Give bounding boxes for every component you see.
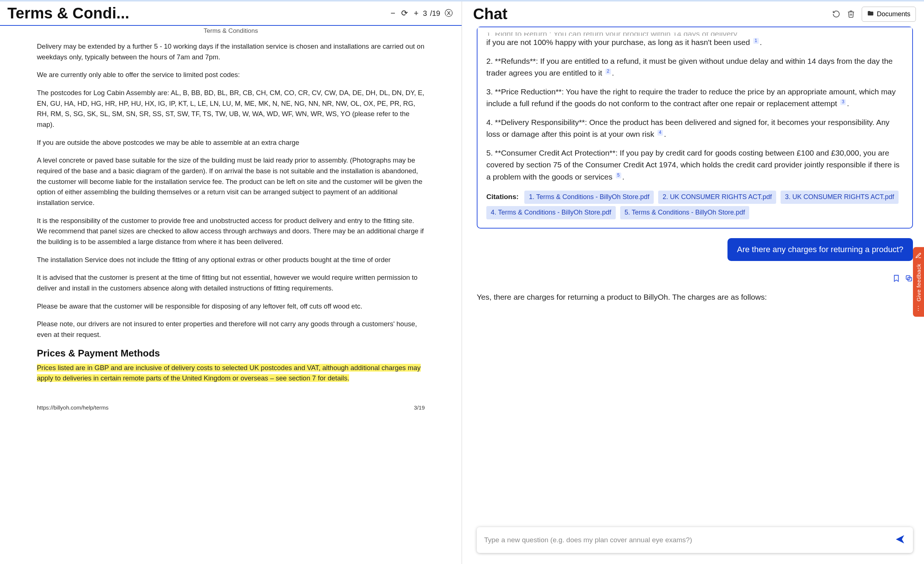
answer-tail: . <box>847 99 849 108</box>
user-message-text: Are there any charges for returning a pr… <box>737 245 903 254</box>
document-source-url: https://billyoh.com/help/terms <box>37 404 108 411</box>
citation-chip[interactable]: 2. UK CONSUMER RIGHTS ACT.pdf <box>658 190 776 204</box>
doc-paragraph: Please note, our drivers are not insured… <box>37 319 425 340</box>
answer-tail: . <box>622 172 625 181</box>
answer-item: 3. **Price Reduction**: You have the rig… <box>486 86 903 110</box>
send-button[interactable] <box>894 534 906 546</box>
page-current: 3 <box>423 9 427 18</box>
citations-row: Citations: 1. Terms & Conditions - Billy… <box>486 189 903 220</box>
chat-input[interactable] <box>484 536 894 544</box>
document-pane: Terms & Condi... − ⟳ + 3 /19 ⓧ Terms & C… <box>0 2 462 564</box>
chat-title: Chat <box>473 5 507 23</box>
doc-paragraph: It is the responsibility of the customer… <box>37 216 425 248</box>
citation-superscript[interactable]: 5 <box>616 172 621 178</box>
doc-paragraph: It is advised that the customer is prese… <box>37 272 425 293</box>
answer-item: if you are not 100% happy with your purc… <box>486 36 903 49</box>
documents-button-label: Documents <box>877 10 910 18</box>
citation-chip[interactable]: 5. Terms & Conditions - BillyOh Store.pd… <box>620 206 750 219</box>
answer-tail: . <box>760 38 762 46</box>
zoom-out-button[interactable]: − <box>389 8 397 19</box>
document-header: Terms & Condi... − ⟳ + 3 /19 ⓧ <box>0 2 462 26</box>
zoom-in-button[interactable]: + <box>412 8 420 19</box>
citation-chip[interactable]: 3. UK CONSUMER RIGHTS ACT.pdf <box>781 190 898 204</box>
answer-text: 4. **Delivery Responsibility**: Once the… <box>486 118 890 139</box>
doc-paragraph: Delivery may be extended by a further 5 … <box>37 41 425 62</box>
answer-tail: . <box>664 130 666 138</box>
document-footer: https://billyoh.com/help/terms 3/19 <box>15 402 447 418</box>
bookmark-icon[interactable] <box>892 274 900 284</box>
citation-superscript[interactable]: 4 <box>657 130 663 136</box>
citations-label: Citations: <box>486 193 519 201</box>
chat-header: Chat Documents <box>462 2 924 27</box>
answer-text: 3. **Price Reduction**: You have the rig… <box>486 87 896 108</box>
folder-icon <box>867 10 874 18</box>
section-heading-prices: Prices & Payment Methods <box>37 348 425 359</box>
running-header: Terms & Conditions <box>37 27 425 34</box>
doc-paragraph-highlighted: Prices listed are in GBP and are inclusi… <box>37 363 425 384</box>
chat-header-actions: Documents <box>832 7 916 22</box>
close-document-button[interactable]: ⓧ <box>443 7 454 20</box>
answer-item: 2. **Refunds**: If you are entitled to a… <box>486 55 903 79</box>
zoom-reset-button[interactable]: ⟳ <box>400 8 409 19</box>
citation-superscript[interactable]: 3 <box>840 99 846 105</box>
citation-superscript[interactable]: 2 <box>605 69 611 75</box>
answer-text: 5. **Consumer Credit Act Protection**: I… <box>486 148 900 181</box>
chat-input-box <box>477 527 913 553</box>
citation-chip[interactable]: 4. Terms & Conditions - BillyOh Store.pd… <box>486 206 616 219</box>
document-title: Terms & Condi... <box>8 4 129 22</box>
doc-paragraph: The postcodes for Log Cabin Assembly are… <box>37 88 425 130</box>
edit-icon <box>915 252 922 260</box>
feedback-label: Give feedback <box>915 264 922 301</box>
document-page-indicator: 3/19 <box>414 404 425 411</box>
assistant-message: 1. Right to Return : You can return your… <box>477 27 913 228</box>
message-tools <box>892 274 913 284</box>
user-message: Are there any charges for returning a pr… <box>728 238 913 261</box>
citation-superscript[interactable]: 1 <box>753 38 759 44</box>
assistant-open-text: Yes, there are charges for returning a p… <box>477 291 913 303</box>
more-icon: ⋮ <box>915 305 922 312</box>
doc-paragraph: We are currently only able to offer the … <box>37 70 425 80</box>
main-split: Terms & Condi... − ⟳ + 3 /19 ⓧ Terms & C… <box>0 2 924 564</box>
citation-chip[interactable]: 1. Terms & Conditions - BillyOh Store.pd… <box>524 190 654 204</box>
answer-text: if you are not 100% happy with your purc… <box>486 38 752 46</box>
assistant-message-open: Yes, there are charges for returning a p… <box>477 274 913 303</box>
highlighted-text: Prices listed are in GBP and are inclusi… <box>37 364 421 382</box>
doc-paragraph: The installation Service does not includ… <box>37 255 425 266</box>
doc-paragraph: If you are outside the above postcodes w… <box>37 138 425 148</box>
copy-icon[interactable] <box>905 274 913 284</box>
feedback-tab[interactable]: Give feedback ⋮ <box>913 247 924 316</box>
documents-button[interactable]: Documents <box>862 7 916 22</box>
scrolled-cutoff-line: 1. Right to Return : You can return your… <box>486 33 903 36</box>
chat-pane: Chat Documents 1. Right to Return : <box>462 2 924 564</box>
document-scroll[interactable]: Terms & Conditions Delivery may be exten… <box>0 26 462 564</box>
answer-tail: . <box>612 69 614 77</box>
doc-paragraph: A level concrete or paved base suitable … <box>37 155 425 208</box>
answer-text: 2. **Refunds**: If you are entitled to a… <box>486 57 892 77</box>
answer-item: 5. **Consumer Credit Act Protection**: I… <box>486 147 903 183</box>
chat-scroll[interactable]: 1. Right to Return : You can return your… <box>462 27 924 527</box>
page-total: /19 <box>430 9 440 18</box>
document-page: Terms & Conditions Delivery may be exten… <box>15 26 447 402</box>
trash-icon[interactable] <box>847 10 855 18</box>
undo-icon[interactable] <box>832 10 840 18</box>
chat-input-bar <box>462 527 924 564</box>
answer-item: 4. **Delivery Responsibility**: Once the… <box>486 117 903 141</box>
document-controls: − ⟳ + 3 /19 ⓧ <box>389 7 454 20</box>
doc-paragraph: Please be aware that the customer will b… <box>37 301 425 312</box>
